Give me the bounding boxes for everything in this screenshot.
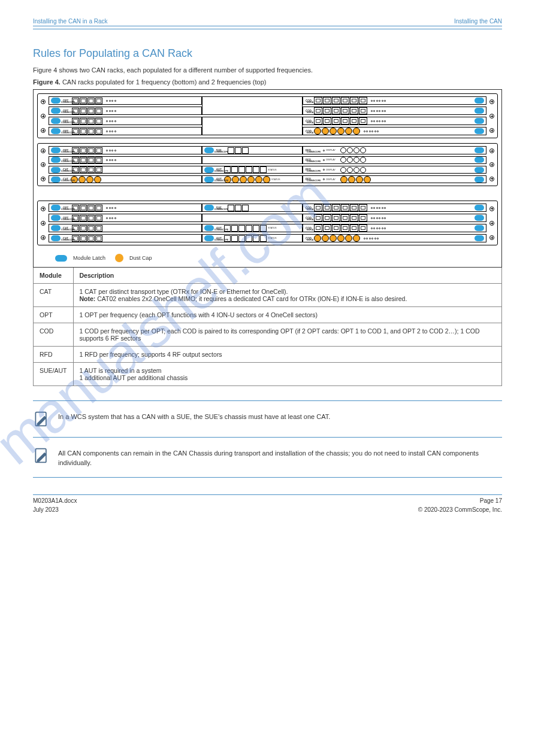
footer-copyright: © 2020-2023 CommScope, Inc. <box>418 506 502 513</box>
aut-card-dustcap: AUTSTATUSCOMMSCOPE <box>202 175 303 183</box>
blank-slot <box>202 156 303 164</box>
note-text: All CAN components can remain in the CAN… <box>58 447 502 467</box>
figure-legend: Module Latch Dust Cap <box>37 250 498 263</box>
cat-card: CATCOMMSCOPE <box>49 166 202 174</box>
section-title: Rules for Populating a CAN Rack <box>33 47 502 60</box>
blank-slot <box>202 96 303 115</box>
cod-card: CODNOKIA <box>303 214 486 222</box>
cat-card-dustcap: CATCOMMSCOPE <box>49 175 202 183</box>
note-icon <box>33 411 50 427</box>
table-row: CAT 1 CAT per distinct transport type (O… <box>34 284 502 307</box>
opt-card: OPT COMMSCOPE <box>49 107 202 115</box>
table-row: RFD 1 RFD per frequency; supports 4 RF o… <box>34 347 502 363</box>
figure-caption: Figure 4. CAN racks populated for 1 freq… <box>33 78 502 86</box>
page-footer: M0203A1A.docx Page 17 July 2023 © 2020-2… <box>33 494 502 513</box>
aut-card: AUTSTATUSCOMMSCOPE <box>202 224 303 232</box>
cod-card: CODNOKIA <box>303 224 486 232</box>
table-row: SUE/AUT 1 AUT is required in a system 1 … <box>34 363 502 386</box>
cat-card: CATCOMMSCOPE <box>49 224 202 232</box>
rfd-card: RFDDISPLAYCOMMSCOPE <box>303 166 486 174</box>
aut-card: AUTSTATUSCOMMSCOPE <box>202 234 303 242</box>
cod-card: COD NOKIA <box>303 117 486 125</box>
table-row: COD 1 COD per frequency per OPT; each CO… <box>34 323 502 347</box>
table-header-desc: Description <box>73 268 501 284</box>
footer-date: July 2023 <box>33 506 59 513</box>
opt-card: OPTCOMMSCOPE <box>49 214 202 222</box>
page-header: Installing the CAN in a Rack Installing … <box>33 18 502 29</box>
rfd-card: RFDDISPLAYCOMMSCOPE <box>303 156 486 164</box>
opt-card: OPT COMMSCOPE <box>49 117 202 125</box>
legend-orange-label: Dust Cap <box>129 255 152 261</box>
header-right: Installing the CAN <box>454 18 502 25</box>
legend-swatch-orange <box>115 254 123 262</box>
intro-text: Figure 4 shows two CAN racks, each popul… <box>33 66 502 75</box>
header-left: Installing the CAN in a Rack <box>33 18 108 25</box>
cod-card: CODNOKIA <box>303 204 486 212</box>
note-text: In a WCS system that has a CAN with a SU… <box>58 411 330 421</box>
table-header-module: Module <box>34 268 74 284</box>
chassis-top-1: FANS OPT COMMSCOPE OPT COMMSCOPE OPT COM… <box>37 93 498 138</box>
module-table: Module Description CAT 1 CAT per distinc… <box>33 267 502 386</box>
legend-swatch-blue <box>55 255 67 262</box>
note-block: All CAN components can remain in the CAN… <box>33 447 502 467</box>
table-row: OPT 1 OPT per frequency (each OPT functi… <box>34 307 502 323</box>
footer-doc: M0203A1A.docx <box>33 497 77 504</box>
aut-card: AUTSTATUSCOMMSCOPE <box>202 166 303 174</box>
rfd-card-dustcap: RFDDISPLAYCOMMSCOPE <box>303 175 486 183</box>
sue-card: SUECOMMSCOPE <box>202 146 303 154</box>
sue-card: SUECOMMSCOPE <box>202 204 303 212</box>
cat-card: CATCOMMSCOPE <box>49 234 202 242</box>
footer-page: Page 17 <box>480 497 502 504</box>
chassis-bottom: FANS OPTCOMMSCOPE OPTCOMMSCOPE CATCOMMSC… <box>37 201 498 245</box>
opt-card: OPTCOMMSCOPE <box>49 204 202 212</box>
opt-card: OPTCOMMSCOPE <box>49 156 202 164</box>
cod-card: COD NOKIA <box>303 96 486 105</box>
legend-blue-label: Module Latch <box>73 255 105 261</box>
opt-card: OPT COMMSCOPE <box>49 96 202 105</box>
blank-slot <box>202 214 303 222</box>
cod-card: COD NOKIA <box>303 107 486 115</box>
note-icon <box>33 447 50 464</box>
blank-slot <box>202 117 303 135</box>
figure-box: manualshelf.com FANS OPT COMMSCOPE OPT C… <box>33 89 502 268</box>
opt-card: OPTCOMMSCOPE <box>49 146 202 154</box>
note-block: In a WCS system that has a CAN with a SU… <box>33 411 502 427</box>
cod-card-dustcap: COD NOKIA <box>303 127 486 135</box>
opt-card: OPT COMMSCOPE <box>49 127 202 135</box>
cod-card-dustcap: CODNOKIA <box>303 234 486 242</box>
rfd-card: RFDDISPLAYCOMMSCOPE <box>303 146 486 154</box>
chassis-top-2: FANS OPTCOMMSCOPE OPTCOMMSCOPE CATCOMMSC… <box>37 143 498 186</box>
